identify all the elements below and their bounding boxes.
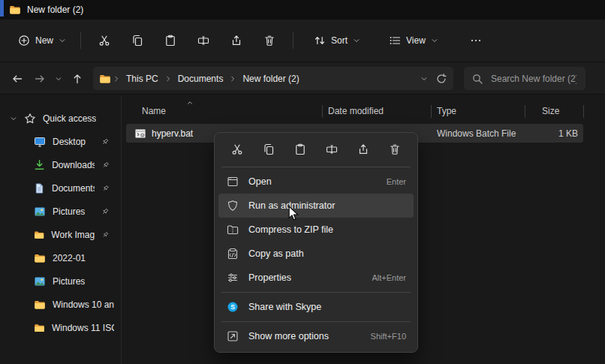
open-window-icon <box>227 176 239 188</box>
menu-item-run-as-administrator[interactable]: Run as administrator <box>218 194 414 218</box>
admin-shield-icon <box>227 200 239 212</box>
delete-button[interactable] <box>382 138 408 161</box>
address-bar[interactable]: This PC Documents New folder (2) <box>93 67 453 90</box>
breadcrumb-documents[interactable]: Documents <box>173 71 228 86</box>
view-button-label: View <box>406 35 426 46</box>
sidebar-item-label: Downloads <box>52 160 94 170</box>
sidebar-item-documents[interactable]: Documents <box>4 177 117 199</box>
paste-icon <box>294 143 306 155</box>
menu-item-label: Show more options <box>248 331 361 341</box>
menu-item-properties[interactable]: Properties Alt+Enter <box>218 266 414 290</box>
file-name: hyperv.bat <box>152 128 193 139</box>
sidebar-item-label: Pictures <box>53 206 85 217</box>
recent-locations-button[interactable] <box>51 68 66 90</box>
search-icon <box>471 73 483 85</box>
delete-button[interactable] <box>253 28 286 53</box>
downloads-icon <box>34 159 45 171</box>
plus-circle-icon <box>18 35 30 47</box>
mouse-cursor <box>288 206 299 221</box>
sidebar: Quick access Desktop Downloads Documents… <box>0 95 122 364</box>
column-header-size[interactable]: Size <box>542 106 559 116</box>
sort-icon <box>314 35 326 47</box>
refresh-button[interactable] <box>435 73 447 85</box>
forward-button[interactable] <box>29 68 51 90</box>
menu-item-label: Compress to ZIP file <box>248 224 396 235</box>
breadcrumb-this-pc[interactable]: This PC <box>122 71 163 86</box>
copy-button[interactable] <box>256 138 281 161</box>
column-divider[interactable] <box>583 105 584 118</box>
pin-icon <box>101 207 110 216</box>
menu-item-share-with-skype[interactable]: Share with Skype <box>218 295 414 319</box>
command-bar: New Sort View <box>0 20 605 62</box>
menu-item-show-more-options[interactable]: Show more options Shift+F10 <box>218 324 414 348</box>
chevron-right-icon <box>164 75 172 83</box>
chevron-down-icon <box>59 37 66 44</box>
sidebar-item-2022-01[interactable]: 2022-01 <box>4 247 117 269</box>
column-header-name[interactable]: Name <box>142 106 166 116</box>
back-button[interactable] <box>6 68 29 90</box>
menu-item-label: Open <box>248 176 377 187</box>
paste-button[interactable] <box>287 138 313 161</box>
more-options-button[interactable] <box>459 28 492 53</box>
refresh-icon <box>435 73 447 85</box>
view-button[interactable]: View <box>381 28 446 53</box>
rename-button[interactable] <box>187 28 220 53</box>
column-divider[interactable] <box>431 105 432 118</box>
menu-item-label: Run as administrator <box>248 200 396 211</box>
column-divider[interactable] <box>525 105 525 118</box>
menu-item-open[interactable]: Open Enter <box>218 170 414 194</box>
sidebar-item-work-image[interactable]: Work Image <box>4 224 117 245</box>
accent-strip <box>0 0 4 17</box>
rename-icon <box>197 35 209 47</box>
column-header-type[interactable]: Type <box>437 106 456 116</box>
menu-item-label: Share with Skype <box>248 302 396 312</box>
menu-item-compress-to-zip[interactable]: Compress to ZIP file <box>218 218 414 242</box>
pin-icon <box>101 184 110 193</box>
share-icon <box>357 143 369 155</box>
breadcrumb-current-folder[interactable]: New folder (2) <box>238 71 303 86</box>
column-header-date-modified[interactable]: Date modified <box>328 106 384 116</box>
pin-icon <box>101 230 110 239</box>
sidebar-item-desktop[interactable]: Desktop <box>4 131 117 152</box>
sort-button[interactable]: Sort <box>306 28 368 53</box>
menu-item-copy-as-path[interactable]: Copy as path <box>218 242 414 266</box>
up-button[interactable] <box>66 68 89 90</box>
sidebar-item-windows-11-iso[interactable]: Windows 11 ISO <box>4 317 117 338</box>
properties-icon <box>227 272 239 284</box>
pin-icon <box>101 137 110 146</box>
sidebar-item-quick-access[interactable]: Quick access <box>4 107 117 129</box>
folder-icon <box>34 322 45 334</box>
forward-arrow-icon <box>34 73 46 85</box>
sidebar-item-windows-10[interactable]: Windows 10 an <box>4 293 117 315</box>
chevron-down-icon[interactable] <box>10 115 17 122</box>
sidebar-item-pictures-2[interactable]: Pictures <box>4 270 117 292</box>
window-title: New folder (2) <box>27 5 83 15</box>
cut-button[interactable] <box>88 28 121 53</box>
chevron-down-icon <box>353 37 360 44</box>
pictures-icon <box>34 275 46 287</box>
share-button[interactable] <box>351 138 376 161</box>
share-button[interactable] <box>220 28 253 53</box>
menu-separator <box>221 292 411 293</box>
folder-icon <box>34 299 46 311</box>
folder-icon <box>34 229 44 241</box>
copy-icon <box>263 143 275 155</box>
sidebar-item-downloads[interactable]: Downloads <box>4 154 117 176</box>
folder-icon <box>99 73 111 85</box>
share-icon <box>230 35 242 47</box>
folder-icon <box>34 252 46 264</box>
toolbar-separator <box>293 32 293 49</box>
rename-button[interactable] <box>319 138 345 161</box>
menu-item-shortcut: Enter <box>387 177 406 186</box>
new-button-label: New <box>35 35 53 46</box>
paste-button[interactable] <box>154 28 187 53</box>
cut-button[interactable] <box>224 138 250 161</box>
copy-button[interactable] <box>121 28 154 53</box>
column-divider[interactable] <box>322 105 323 118</box>
search-input[interactable] <box>489 73 578 85</box>
file-size: 1 KB <box>525 128 578 139</box>
address-dropdown-button[interactable] <box>420 75 428 83</box>
sort-ascending-caret-icon <box>186 99 194 107</box>
new-button[interactable]: New <box>11 28 74 53</box>
sidebar-item-pictures[interactable]: Pictures <box>4 200 117 222</box>
